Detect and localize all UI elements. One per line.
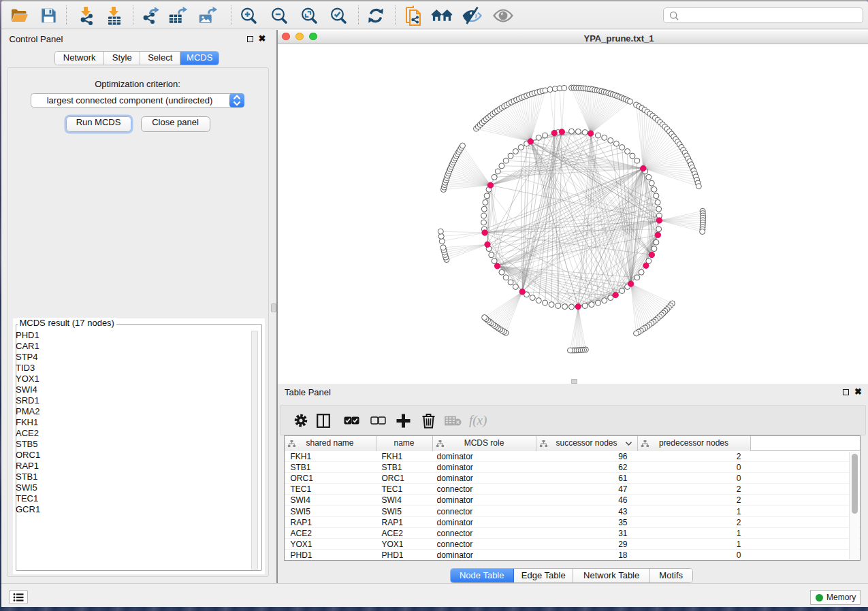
mcds-result-item[interactable]: TEC1 — [16, 493, 40, 504]
zoom-in-icon[interactable] — [238, 5, 259, 27]
zoom-fit-icon[interactable] — [298, 5, 320, 27]
search-input[interactable] — [681, 9, 860, 22]
table-row[interactable]: SWI5SWI5connector431 — [285, 506, 860, 517]
mcds-result-item[interactable]: ACE2 — [16, 428, 40, 439]
mcds-result-item[interactable]: SWI5 — [16, 482, 40, 493]
main-toolbar — [1, 1, 868, 29]
tab-edge-table[interactable]: Edge Table — [514, 569, 574, 582]
table-row[interactable]: FKH1FKH1dominator962 — [285, 451, 860, 462]
mcds-result-item[interactable]: TID3 — [16, 363, 40, 374]
criterion-dropdown[interactable]: largest connected component (undirected) — [31, 93, 244, 108]
mcds-result-item[interactable]: STP4 — [16, 352, 40, 363]
save-session-icon[interactable] — [37, 5, 59, 27]
deselect-all-icon[interactable] — [368, 410, 389, 431]
search-icon — [669, 11, 679, 21]
mcds-result-title: MCDS result (17 nodes) — [18, 318, 116, 328]
network-view-frame: YPA_prune.txt_1 — [278, 30, 868, 384]
node-table-rows: FKH1FKH1dominator962STB1STB1dominator620… — [285, 451, 860, 560]
table-panel: Table Panel ✖ — [278, 384, 868, 583]
horizontal-splitter-handle[interactable] — [571, 379, 577, 384]
show-selected-icon[interactable] — [492, 5, 514, 27]
memory-button[interactable]: Memory — [810, 590, 861, 605]
show-all-icon[interactable] — [431, 5, 453, 27]
select-all-icon[interactable] — [342, 410, 362, 431]
zoom-selected-icon[interactable] — [327, 5, 349, 27]
network-window-titlebar[interactable]: YPA_prune.txt_1 — [278, 31, 868, 44]
import-table-icon[interactable] — [103, 5, 125, 27]
close-panel-button[interactable]: Close panel — [141, 116, 210, 132]
mcds-result-item[interactable]: STB1 — [16, 472, 40, 482]
table-row[interactable]: ORC1ORC1dominator610 — [285, 473, 860, 484]
table-row[interactable]: PHD1PHD1dominator180 — [285, 550, 860, 560]
tab-node-table[interactable]: Node Table — [451, 569, 514, 582]
delete-table-icon[interactable] — [443, 410, 464, 431]
hide-selected-icon[interactable] — [461, 5, 483, 27]
control-panel: Control Panel ✖ Network Style Select MCD… — [1, 30, 276, 583]
column-layout-icon[interactable] — [313, 410, 334, 431]
tab-select[interactable]: Select — [140, 52, 181, 65]
mcds-result-border — [16, 324, 262, 571]
export-image-icon[interactable] — [197, 5, 219, 27]
table-row[interactable]: SWI4SWI4dominator462 — [285, 495, 860, 506]
open-file-icon[interactable] — [8, 5, 30, 27]
run-mcds-button[interactable]: Run MCDS — [66, 116, 131, 132]
mcds-result-item[interactable]: PHD1 — [16, 330, 40, 341]
minimize-window-icon[interactable] — [295, 33, 304, 41]
table-row[interactable]: STB1STB1dominator620 — [285, 462, 860, 473]
mcds-result-item[interactable]: YOX1 — [16, 374, 40, 384]
mcds-result-item[interactable]: FKH1 — [16, 417, 40, 428]
table-row[interactable]: ACE2ACE2connector311 — [285, 528, 860, 539]
tab-network[interactable]: Network — [55, 52, 104, 65]
memory-label: Memory — [826, 593, 856, 602]
table-row[interactable]: TEC1TEC1connector472 — [285, 484, 860, 495]
float-window-icon[interactable] — [247, 36, 253, 42]
mcds-list-scrollbar[interactable] — [251, 331, 258, 569]
mcds-result-item[interactable]: SWI4 — [16, 384, 40, 395]
tab-network-table[interactable]: Network Table — [573, 569, 649, 582]
vertical-splitter-handle[interactable] — [271, 303, 276, 312]
tab-motifs[interactable]: Motifs — [650, 569, 692, 582]
open-session-docs-icon[interactable] — [403, 5, 425, 27]
network-canvas[interactable] — [278, 44, 868, 384]
column-header-successor-nodes[interactable]: successor nodes — [536, 436, 638, 451]
table-scrollbar[interactable] — [849, 452, 859, 559]
node-table-header: shared namenameMCDS rolesuccessor nodesp… — [285, 436, 860, 451]
add-column-icon[interactable] — [393, 410, 414, 431]
mcds-result-item[interactable]: RAP1 — [16, 461, 40, 472]
export-table-icon[interactable] — [167, 5, 189, 27]
mcds-result-item[interactable]: PMA2 — [16, 406, 40, 417]
table-scrollbar-thumb[interactable] — [852, 454, 858, 514]
maximize-window-icon[interactable] — [309, 33, 317, 41]
mcds-result-item[interactable]: ORC1 — [16, 450, 40, 461]
mcds-result-item[interactable]: CAR1 — [16, 341, 40, 352]
tab-mcds[interactable]: MCDS — [180, 52, 219, 65]
mcds-result-list[interactable]: PHD1CAR1STP4TID3YOX1SWI4SRD1PMA2FKH1ACE2… — [16, 330, 40, 515]
delete-column-icon[interactable] — [419, 410, 439, 431]
table-row[interactable]: RAP1RAP1dominator352 — [285, 517, 860, 528]
close-panel-icon[interactable]: ✖ — [259, 35, 266, 42]
settings-gear-icon[interactable] — [291, 410, 311, 431]
close-panel-icon[interactable]: ✖ — [854, 389, 862, 395]
column-header-predecessor-nodes[interactable]: predecessor nodes — [638, 436, 751, 451]
zoom-out-icon[interactable] — [268, 5, 290, 27]
mcds-result-item[interactable]: SRD1 — [16, 395, 40, 406]
toolbar-separator — [133, 5, 133, 25]
toolbar-separator — [231, 5, 231, 25]
task-history-button[interactable] — [9, 590, 28, 604]
table-type-tabs: Node Table Edge Table Network Table Moti… — [450, 568, 693, 583]
toolbar-separator — [358, 5, 359, 25]
column-header-shared-name[interactable]: shared name — [285, 436, 376, 451]
import-network-icon[interactable] — [76, 5, 97, 27]
column-header-MCDS-role[interactable]: MCDS role — [433, 436, 536, 451]
mcds-tab-content: Optimization criterion: largest connecte… — [7, 67, 269, 577]
column-header-name[interactable]: name — [376, 436, 433, 451]
tab-style[interactable]: Style — [104, 52, 140, 65]
function-builder-icon[interactable]: f(x) — [467, 410, 492, 431]
mcds-result-item[interactable]: GCR1 — [16, 504, 40, 515]
apply-layout-icon[interactable] — [365, 5, 387, 27]
mcds-result-item[interactable]: STB5 — [16, 439, 40, 450]
export-network-icon[interactable] — [140, 5, 161, 27]
float-window-icon[interactable] — [843, 389, 849, 395]
close-window-icon[interactable] — [282, 33, 290, 41]
table-row[interactable]: YOX1YOX1connector291 — [285, 539, 860, 550]
